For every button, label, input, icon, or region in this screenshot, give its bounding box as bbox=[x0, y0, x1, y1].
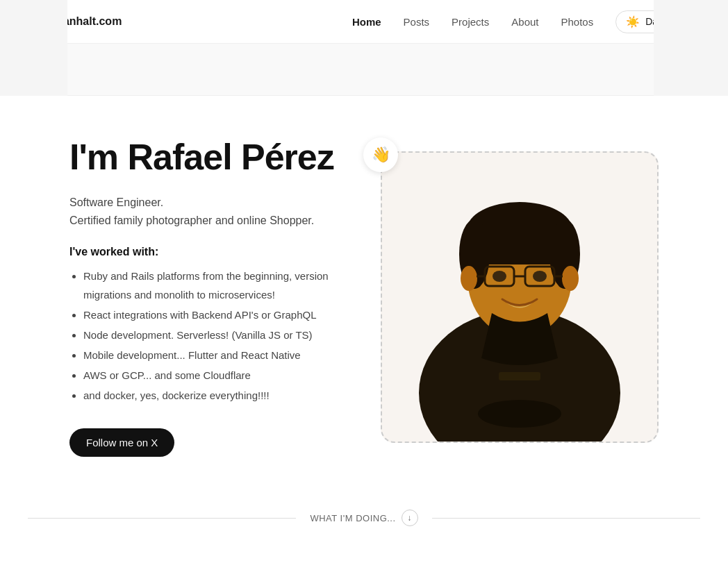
left-column-bar bbox=[0, 0, 67, 44]
nav-posts[interactable]: Posts bbox=[404, 16, 430, 28]
svg-rect-6 bbox=[467, 226, 572, 264]
nav-projects[interactable]: Projects bbox=[452, 16, 489, 28]
left-divider-line bbox=[28, 518, 296, 519]
main-content: I'm Rafael Pérez Software Engineer. Cert… bbox=[0, 96, 728, 498]
wave-emoji: 👋 bbox=[372, 146, 390, 164]
bullet-item: Mobile development... Flutter and React … bbox=[83, 346, 353, 364]
subtitle-line-1: Software Engineer. bbox=[69, 194, 353, 212]
bullet-item: AWS or GCP... and some Cloudflare bbox=[83, 366, 353, 385]
bullet-item: React integrations with Backend API's or… bbox=[83, 305, 353, 324]
sub-left-bar bbox=[0, 44, 67, 96]
svg-point-8 bbox=[562, 266, 579, 291]
down-arrow-icon: ↓ bbox=[402, 510, 418, 526]
svg-point-17 bbox=[478, 400, 561, 428]
bullet-item: and docker, yes, dockerize everything!!!… bbox=[83, 386, 353, 405]
bullet-item: Ruby and Rails platforms from the beginn… bbox=[83, 267, 353, 304]
follow-button[interactable]: Follow me on X bbox=[69, 428, 174, 457]
sub-right-bar bbox=[654, 44, 728, 96]
text-section: I'm Rafael Pérez Software Engineer. Cert… bbox=[69, 137, 353, 457]
site-header: vanhalt.com Home Posts Projects About Ph… bbox=[0, 0, 728, 44]
wave-badge: 👋 bbox=[363, 137, 398, 172]
sub-bar bbox=[0, 44, 728, 96]
worked-with-heading: I've worked with: bbox=[69, 246, 353, 258]
hero-title: I'm Rafael Pérez bbox=[69, 137, 353, 177]
bullet-item: Node development. Serverless! (Vanilla J… bbox=[83, 326, 353, 344]
svg-point-15 bbox=[533, 271, 547, 282]
svg-point-14 bbox=[493, 271, 506, 282]
what-doing-button[interactable]: WHAT I'M DOING... ↓ bbox=[310, 510, 417, 526]
subtitle-line-2: Certified family photographer and online… bbox=[69, 212, 353, 230]
nav-photos[interactable]: Photos bbox=[561, 16, 593, 28]
nav-about[interactable]: About bbox=[511, 16, 538, 28]
bottom-divider-section: WHAT I'M DOING... ↓ bbox=[0, 498, 728, 537]
right-column-bar bbox=[654, 0, 728, 44]
image-section: 👋 bbox=[381, 151, 659, 443]
right-divider-line bbox=[432, 518, 700, 519]
what-doing-label: WHAT I'M DOING... bbox=[310, 513, 395, 523]
svg-point-7 bbox=[461, 266, 477, 291]
profile-image-card bbox=[381, 151, 659, 443]
main-nav: Home Posts Projects About Photos ☀️ Day … bbox=[352, 10, 700, 33]
bullet-list: Ruby and Rails platforms from the beginn… bbox=[69, 267, 353, 405]
person-svg bbox=[395, 157, 645, 442]
sun-icon: ☀️ bbox=[626, 15, 640, 28]
person-figure bbox=[382, 153, 657, 442]
svg-rect-16 bbox=[499, 372, 540, 380]
nav-home[interactable]: Home bbox=[352, 16, 381, 28]
